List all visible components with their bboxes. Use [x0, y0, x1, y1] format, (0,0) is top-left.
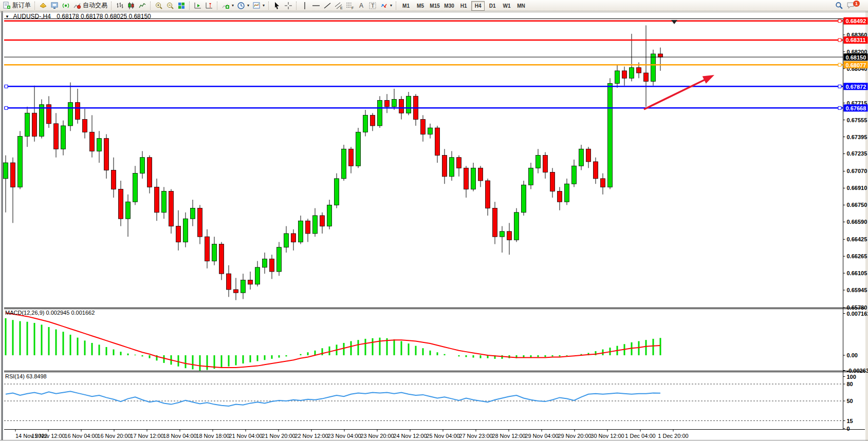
search-button[interactable]	[833, 1, 845, 11]
macd-indicator-label: MACD(12,26,9) 0.002945 0.001662	[5, 310, 95, 316]
svg-text:1 Dec 04:00: 1 Dec 04:00	[625, 433, 655, 439]
chart-canvas: 0.683600.682000.680400.677150.675550.673…	[0, 0, 868, 441]
notification-badge: 1	[853, 1, 860, 7]
toolbar-separator	[268, 2, 269, 10]
fibonacci-button[interactable]: F	[344, 1, 356, 11]
cursor-icon	[273, 2, 281, 10]
chart-shift-button[interactable]	[204, 1, 215, 11]
templates-button[interactable]: ▾	[251, 1, 266, 11]
svg-text:25 Nov 04:00: 25 Nov 04:00	[426, 433, 459, 439]
toolbar-separator	[396, 2, 397, 10]
vertical-line-button[interactable]	[299, 1, 310, 11]
svg-text:18 Nov 18:00: 18 Nov 18:00	[196, 433, 229, 439]
gold-ingot-icon	[39, 2, 47, 10]
crosshair-button[interactable]	[283, 1, 294, 11]
cursor-button[interactable]	[271, 1, 283, 11]
text-label-button[interactable]: T	[367, 1, 378, 11]
tf-M30[interactable]: M30	[442, 1, 456, 11]
svg-text:E: E	[340, 6, 343, 10]
svg-text:0.65945: 0.65945	[847, 287, 867, 293]
svg-text:0: 0	[847, 426, 850, 432]
svg-text:0.65780: 0.65780	[847, 304, 867, 311]
auto-trading-label: 自动交易	[83, 1, 107, 10]
svg-text:29 Nov 20:00: 29 Nov 20:00	[558, 433, 591, 439]
svg-text:16 Nov 20:00: 16 Nov 20:00	[97, 433, 131, 439]
new-order-label: 新订单	[12, 1, 31, 10]
svg-text:0.66265: 0.66265	[847, 253, 867, 259]
trendline-icon	[323, 2, 331, 10]
channel-icon: E	[335, 2, 343, 10]
horizontal-line-button[interactable]	[310, 1, 322, 11]
candlestick-chart-button[interactable]	[125, 1, 137, 11]
new-order-icon	[3, 2, 11, 10]
tf-MN[interactable]: MN	[514, 1, 528, 11]
tf-W1[interactable]: W1	[500, 1, 513, 11]
svg-text:0.68492: 0.68492	[846, 18, 866, 24]
auto-scroll-button[interactable]	[192, 1, 204, 11]
auto-trading-button[interactable]: 自动交易	[71, 1, 109, 11]
bar-chart-icon	[116, 2, 124, 10]
market-watch-button[interactable]	[49, 1, 60, 11]
toolbar-separator	[189, 2, 190, 10]
tile-windows-button[interactable]	[176, 1, 187, 11]
broadcast-icon	[62, 2, 70, 10]
text-icon: A	[357, 2, 365, 10]
bar-chart-button[interactable]	[114, 1, 125, 11]
fibonacci-icon: F	[346, 2, 354, 10]
timeframe-group: M1M5M15M30H1H4D1W1MN	[399, 1, 528, 11]
new-order-button[interactable]: 新订单	[1, 1, 32, 11]
text-label-icon: T	[368, 2, 377, 10]
rsi-indicator-label: RSI(14) 63.8498	[5, 373, 47, 379]
zoom-in-button[interactable]	[153, 1, 164, 11]
tf-M15[interactable]: M15	[428, 1, 441, 11]
text-button[interactable]: A	[356, 1, 367, 11]
search-icon	[835, 1, 843, 10]
toolbar-right-group: 1	[833, 1, 868, 11]
chart-symbol-title: AUDUSD-,H4	[13, 13, 51, 20]
chart-ohlc-values: 0.68178 0.68178 0.68025 0.68150	[57, 13, 151, 20]
signals-button[interactable]	[60, 1, 71, 11]
tf-H1[interactable]: H1	[457, 1, 470, 11]
svg-text:0.67668: 0.67668	[846, 105, 866, 111]
svg-text:50: 50	[847, 398, 853, 404]
zoom-out-button[interactable]	[164, 1, 176, 11]
auto-scroll-icon	[194, 2, 202, 10]
toolbar-separator	[217, 2, 218, 10]
tf-M1[interactable]: M1	[399, 1, 413, 11]
candlestick-icon	[127, 2, 135, 10]
equidistant-channel-button[interactable]: E	[333, 1, 344, 11]
tile-windows-icon	[177, 2, 186, 10]
svg-text:T: T	[371, 3, 375, 9]
arrows-button[interactable]: ▾	[378, 1, 394, 11]
tf-H4[interactable]: H4	[471, 1, 485, 11]
tf-D1[interactable]: D1	[486, 1, 499, 11]
svg-text:100: 100	[847, 374, 856, 380]
svg-text:0.66425: 0.66425	[847, 236, 867, 242]
svg-text:80: 80	[847, 381, 853, 387]
dropdown-caret-icon: ▾	[247, 3, 249, 8]
svg-text:0.66750: 0.66750	[847, 202, 867, 208]
chart-shift-icon	[205, 2, 213, 10]
svg-text:15: 15	[847, 418, 853, 424]
svg-text:18 Nov 04:00: 18 Nov 04:00	[163, 433, 196, 439]
svg-text:23 Nov 20:00: 23 Nov 20:00	[360, 433, 394, 439]
trendline-button[interactable]	[322, 1, 333, 11]
svg-text:0.67872: 0.67872	[846, 84, 866, 90]
quotes-button[interactable]	[38, 1, 49, 11]
svg-text:0.68311: 0.68311	[846, 37, 866, 43]
svg-text:0.68150: 0.68150	[846, 54, 866, 61]
mt4-window: 新订单 自动交易 ▾ ▾ ▾ E F A T ▾	[0, 0, 868, 441]
periods-button[interactable]: ▾	[235, 1, 251, 11]
svg-text:29 Nov 04:00: 29 Nov 04:00	[525, 433, 558, 439]
svg-text:30 Nov 12:00: 30 Nov 12:00	[590, 433, 624, 439]
line-chart-button[interactable]	[137, 1, 148, 11]
dropdown-caret-icon: ▾	[263, 3, 265, 8]
chart-menu-icon[interactable]: ▼	[5, 14, 9, 19]
main-toolbar: 新订单 自动交易 ▾ ▾ ▾ E F A T ▾	[0, 0, 868, 11]
tf-M5[interactable]: M5	[414, 1, 427, 11]
notifications-button[interactable]: 1	[845, 1, 865, 11]
indicators-button[interactable]: ▾	[220, 1, 235, 11]
svg-text:24 Nov 12:00: 24 Nov 12:00	[393, 433, 427, 439]
vertical-line-icon	[301, 2, 309, 10]
svg-text:27 Nov 23:00: 27 Nov 23:00	[459, 433, 492, 439]
